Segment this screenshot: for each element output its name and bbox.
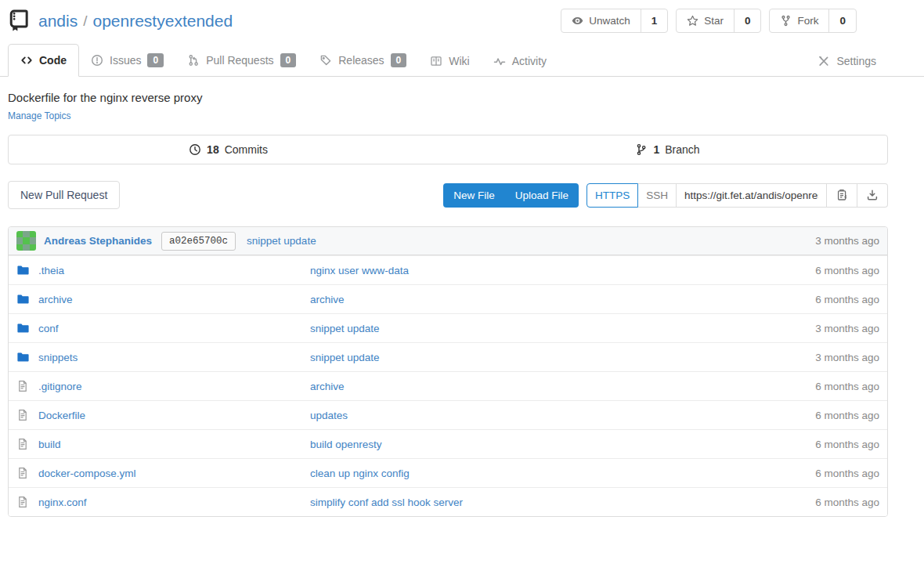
star-icon	[687, 15, 698, 27]
file-commit-message-link[interactable]: simplify conf add ssl hook server	[310, 497, 463, 508]
branches-stat[interactable]: 1 Branch	[448, 135, 887, 164]
tag-icon	[319, 54, 332, 67]
tab-activity-label: Activity	[512, 55, 547, 67]
fork-count[interactable]: 0	[828, 9, 856, 32]
pull-request-icon	[187, 54, 200, 67]
repo-tabbar: Code Issues 0 Pull Requests 0 Releases 0…	[0, 44, 924, 77]
branches-count: 1	[653, 143, 659, 156]
tab-activity[interactable]: Activity	[482, 45, 558, 77]
repo-name-link[interactable]: openrestyextended	[92, 12, 233, 31]
fork-icon	[780, 15, 792, 27]
commit-sha-button[interactable]: a02e65700c	[161, 232, 236, 251]
folder-icon	[16, 322, 29, 334]
file-age: 6 months ago	[815, 381, 879, 392]
star-label: Star	[704, 15, 724, 27]
repo-description: Dockerfile for the nginx reverse proxy	[8, 91, 888, 104]
file-name-link[interactable]: archive	[38, 294, 73, 305]
file-name-link[interactable]: .theia	[38, 265, 64, 276]
clone-url-group: HTTPS SSH	[587, 183, 888, 208]
file-age: 3 months ago	[815, 352, 879, 363]
table-row: archive archive 6 months ago	[9, 284, 887, 313]
owner-link[interactable]: andis	[38, 12, 78, 31]
clipboard-icon	[836, 189, 848, 201]
commits-stat[interactable]: 18 Commits	[9, 135, 448, 164]
file-age: 6 months ago	[815, 439, 879, 450]
file-commit-message-link[interactable]: clean up nginx config	[310, 468, 410, 479]
repo-title: andis / openrestyextended	[38, 12, 233, 31]
tab-releases[interactable]: Releases 0	[308, 44, 418, 77]
table-row: Dockerfile updates 6 months ago	[9, 400, 887, 429]
file-name-link[interactable]: build	[38, 439, 61, 450]
file-name-link[interactable]: .gitignore	[38, 381, 82, 392]
file-icon	[16, 409, 29, 421]
file-commit-message-link[interactable]: build openresty	[310, 439, 382, 450]
https-protocol-button[interactable]: HTTPS	[587, 183, 638, 208]
new-file-button[interactable]: New File	[443, 183, 505, 208]
download-archive-button[interactable]	[857, 183, 888, 208]
table-row: nginx.conf simplify conf add ssl hook se…	[9, 487, 887, 516]
folder-icon	[16, 264, 29, 276]
file-age: 6 months ago	[815, 468, 879, 479]
unwatch-button[interactable]: Unwatch	[561, 9, 641, 32]
file-name-link[interactable]: conf	[38, 323, 59, 334]
file-name-link[interactable]: docker-compose.yml	[38, 468, 136, 479]
file-age: 6 months ago	[815, 497, 879, 508]
file-actions-group: New File Upload File	[443, 183, 579, 208]
tab-settings-label: Settings	[836, 55, 876, 67]
commit-message-link[interactable]: snippet update	[247, 235, 316, 247]
fork-label: Fork	[797, 15, 818, 27]
table-row: .theia nginx user www-data 6 months ago	[9, 255, 887, 284]
file-commit-message-link[interactable]: snippet update	[310, 323, 380, 334]
branches-label: Branch	[665, 143, 699, 156]
table-row: docker-compose.yml clean up nginx config…	[9, 458, 887, 487]
file-age: 3 months ago	[815, 323, 879, 334]
fork-button[interactable]: Fork	[770, 9, 828, 32]
copy-clone-url-button[interactable]	[827, 183, 857, 208]
ssh-protocol-button[interactable]: SSH	[638, 183, 677, 208]
file-commit-message-link[interactable]: snippet update	[310, 352, 380, 363]
file-commit-message-link[interactable]: updates	[310, 410, 348, 421]
fork-group: Fork 0	[769, 9, 857, 33]
wiki-book-icon	[430, 55, 442, 67]
star-count[interactable]: 0	[734, 9, 761, 32]
repo-header: andis / openrestyextended Unwatch 1 Star…	[8, 0, 888, 33]
file-name-link[interactable]: Dockerfile	[38, 410, 85, 421]
file-age: 6 months ago	[815, 265, 879, 276]
tab-pulls-label: Pull Requests	[206, 54, 273, 67]
file-name-link[interactable]: snippets	[38, 352, 78, 363]
file-commit-message-link[interactable]: archive	[310, 381, 345, 392]
file-icon	[16, 380, 29, 392]
releases-count-badge: 0	[391, 53, 407, 67]
file-commit-message-link[interactable]: archive	[310, 294, 345, 305]
tab-issues[interactable]: Issues 0	[79, 44, 175, 77]
star-button[interactable]: Star	[677, 9, 734, 32]
tab-releases-label: Releases	[338, 54, 384, 67]
clone-url-input[interactable]	[677, 183, 827, 208]
folder-icon	[16, 293, 29, 305]
download-icon	[866, 189, 879, 201]
file-name-link[interactable]: nginx.conf	[38, 497, 87, 508]
table-row: build build openresty 6 months ago	[9, 429, 887, 458]
history-icon	[189, 143, 201, 156]
repo-header-container: andis / openrestyextended Unwatch 1 Star…	[8, 0, 888, 33]
tab-wiki-label: Wiki	[449, 55, 469, 67]
table-row: .gitignore archive 6 months ago	[9, 371, 887, 400]
file-commit-message-link[interactable]: nginx user www-data	[310, 265, 409, 276]
new-pull-request-button[interactable]: New Pull Request	[8, 181, 120, 209]
tab-wiki[interactable]: Wiki	[418, 45, 481, 77]
author-avatar[interactable]	[16, 231, 36, 251]
commits-count: 18	[207, 143, 219, 156]
file-age: 6 months ago	[815, 410, 879, 421]
path-separator: /	[83, 13, 87, 30]
commit-author-link[interactable]: Andreas Stephanides	[44, 235, 152, 247]
watch-count[interactable]: 1	[641, 9, 668, 32]
tab-code[interactable]: Code	[8, 44, 79, 77]
tab-pull-requests[interactable]: Pull Requests 0	[175, 44, 308, 77]
commits-label: Commits	[225, 143, 268, 156]
pulls-count-badge: 0	[280, 53, 297, 67]
tab-settings[interactable]: Settings	[806, 45, 888, 77]
repo-book-icon	[8, 9, 31, 33]
repo-actions: Unwatch 1 Star 0 Fork 0	[561, 9, 857, 33]
manage-topics-link[interactable]: Manage Topics	[8, 110, 71, 121]
upload-file-button[interactable]: Upload File	[505, 183, 579, 208]
